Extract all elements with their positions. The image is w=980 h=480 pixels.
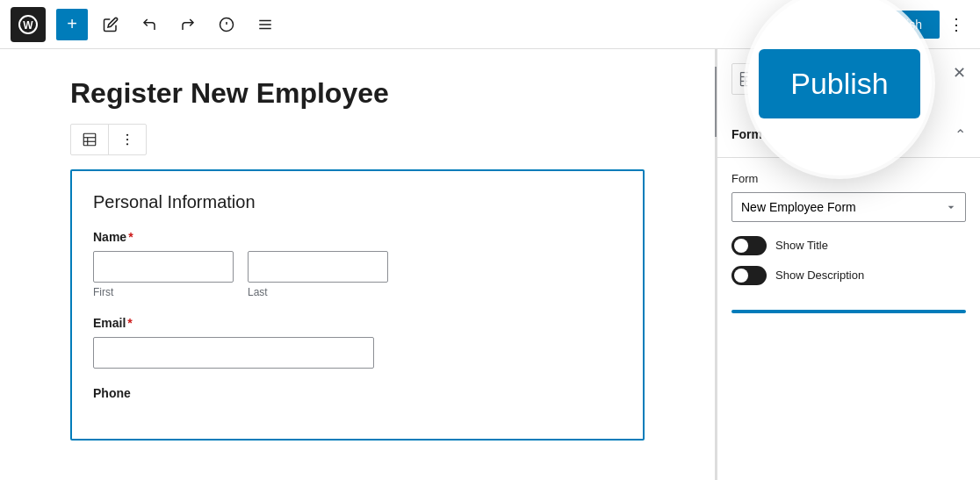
sidebar-close-button[interactable]: ✕ xyxy=(953,63,966,82)
show-title-label: Show Title xyxy=(775,239,828,252)
name-label: Name* xyxy=(93,230,622,244)
email-field-group: Email* xyxy=(93,316,622,369)
edit-icon-button[interactable] xyxy=(95,9,126,40)
name-field-group: Name* First Last xyxy=(93,230,622,298)
email-required-indicator: * xyxy=(127,316,132,330)
first-name-label: First xyxy=(93,286,234,298)
show-description-toggle[interactable] xyxy=(731,266,767,285)
toolbar: W + Save xyxy=(0,0,980,49)
show-title-toggle[interactable] xyxy=(731,236,767,255)
redo-button[interactable] xyxy=(172,9,204,40)
name-sub-labels: First Last xyxy=(93,286,622,298)
undo-button[interactable] xyxy=(133,9,165,40)
email-input[interactable] xyxy=(93,337,374,369)
list-view-button[interactable] xyxy=(249,9,281,40)
last-name-label: Last xyxy=(248,286,388,298)
show-description-row: Show Description xyxy=(731,266,966,285)
form-section-title: Personal Information xyxy=(93,192,622,212)
svg-point-14 xyxy=(126,143,128,145)
block-type-button[interactable] xyxy=(71,125,109,154)
name-inputs-row xyxy=(93,251,622,283)
phone-label: Phone xyxy=(93,386,622,400)
page-title[interactable]: Register New Employee xyxy=(70,77,645,110)
more-options-button[interactable]: ⋮ xyxy=(943,10,969,39)
svg-point-12 xyxy=(126,134,128,136)
wp-logo: W xyxy=(11,7,46,42)
required-indicator: * xyxy=(128,230,133,244)
show-description-label: Show Description xyxy=(775,269,864,282)
show-title-row: Show Title xyxy=(731,236,966,255)
block-toolbar xyxy=(70,124,147,155)
first-name-input[interactable] xyxy=(93,251,234,283)
chevron-up-icon[interactable]: ⌃ xyxy=(955,126,966,143)
block-more-button[interactable] xyxy=(109,125,146,154)
svg-rect-8 xyxy=(83,133,96,146)
scroll-thumb[interactable] xyxy=(715,67,717,137)
editor-area: Register New Employee Personal xyxy=(0,49,715,480)
form-select-row: Form New Employee Form Contact Form Supp… xyxy=(731,172,966,222)
form-select-dropdown[interactable]: New Employee Form Contact Form Support R… xyxy=(731,192,966,222)
svg-point-13 xyxy=(126,139,128,140)
phone-field-group: Phone xyxy=(93,386,622,400)
info-button[interactable] xyxy=(211,9,242,40)
add-block-button[interactable]: + xyxy=(56,9,88,40)
last-name-input[interactable] xyxy=(248,251,388,283)
sidebar-bottom-bar xyxy=(731,310,966,313)
email-label: Email* xyxy=(93,316,622,330)
scroll-divider xyxy=(715,49,717,480)
publish-spotlight-button[interactable]: Publish xyxy=(759,49,920,118)
settings-content: Form New Employee Form Contact Form Supp… xyxy=(717,158,980,310)
form-block: Personal Information Name* First Last xyxy=(70,169,645,441)
svg-text:W: W xyxy=(23,19,33,32)
